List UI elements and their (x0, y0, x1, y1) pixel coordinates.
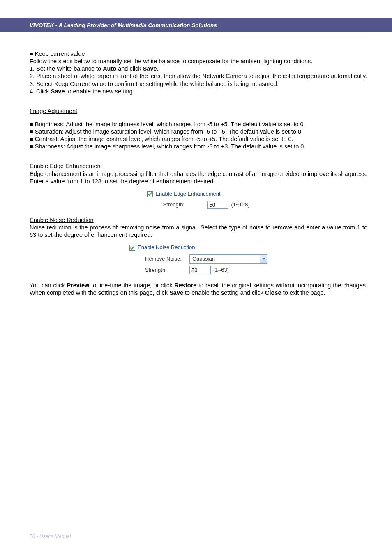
noise-checkbox-row: Enable Noise Reduction (129, 244, 267, 251)
step1-pre: 1. Set the White balance to (30, 65, 103, 72)
edge-enhancement-heading: Enable Edge Enhancement (30, 162, 367, 170)
noise-remove-row: Remove Noise: Gaussian (129, 254, 267, 264)
closing-paragraph: You can click Preview to fine-tune the i… (30, 282, 367, 296)
closing-mid1: to fine-tune the image, or click (89, 282, 174, 289)
image-adjustment-heading: Image Adjustment (30, 107, 367, 115)
page-header: VIVOTEK - A Leading Provider of Multimed… (0, 18, 392, 32)
edge-strength-input[interactable]: 50 (207, 201, 228, 209)
chevron-down-icon (260, 255, 267, 263)
noise-type-select[interactable]: Gaussian (189, 254, 267, 264)
noise-checkbox-label: Enable Noise Reduction (138, 244, 195, 251)
noise-reduction-heading: Enable Noise Reduction (30, 216, 367, 224)
keep-current-bullet: ■ Keep current value (30, 50, 367, 58)
edge-checkbox-label: Enable Edge Enhancement (155, 191, 220, 197)
edge-enable-checkbox[interactable] (147, 191, 153, 197)
closing-mid3: to enable the setting and click (183, 289, 265, 296)
header-title: VIVOTEK - A Leading Provider of Multimed… (30, 22, 217, 28)
step-4: 4. Click Save to enable the new setting. (30, 88, 367, 95)
closing-post: to exit the page. (281, 289, 325, 296)
edge-strength-row: Strength: 50 (1~128) (147, 201, 249, 209)
page-content: ■ Keep current value Follow the steps be… (30, 50, 367, 296)
closing-restore: Restore (174, 282, 196, 289)
brightness-para: ■ Brightness: Adjust the image brightnes… (30, 120, 367, 128)
step1-mid: and click (116, 65, 143, 72)
noise-strength-label: Strength: (145, 267, 189, 273)
noise-reduction-form: Enable Noise Reduction Remove Noise: Gau… (30, 243, 367, 275)
page-footer: 50 - User's Manual (30, 534, 71, 539)
keep-current-intro: Follow the steps below to manually set t… (30, 58, 367, 65)
closing-pre1: You can click (30, 282, 67, 289)
check-icon (130, 245, 135, 250)
closing-preview: Preview (67, 282, 89, 289)
check-icon (148, 192, 152, 197)
edge-strength-range: (1~128) (231, 201, 249, 208)
edge-strength-label: Strength: (163, 201, 207, 208)
noise-enable-checkbox[interactable] (129, 245, 135, 251)
step4-post: to enable the new setting. (65, 88, 134, 95)
noise-remove-label: Remove Noise: (145, 256, 189, 262)
contrast-para: ■ Contrast: Adjust the image contrast le… (30, 135, 367, 143)
sharpness-para: ■ Sharpness: Adjust the image sharpness … (30, 143, 367, 150)
step1-save: Save (143, 65, 157, 72)
edge-enhancement-form: Enable Edge Enhancement Strength: 50 (1~… (30, 189, 367, 210)
noise-strength-row: Strength: 50 (1~63) (129, 266, 267, 274)
closing-save: Save (169, 289, 183, 296)
saturation-para: ■ Saturation: Adjust the image saturatio… (30, 128, 367, 135)
edge-enhancement-desc: Edge enhancement is an image processing … (30, 170, 367, 185)
step-2: 2. Place a sheet of white paper in front… (30, 72, 367, 80)
step4-save: Save (51, 88, 65, 95)
edge-checkbox-row: Enable Edge Enhancement (147, 191, 249, 197)
noise-type-value: Gaussian (192, 256, 215, 262)
noise-reduction-desc: Noise reduction is the process of removi… (30, 224, 367, 238)
step-1: 1. Set the White balance to Auto and cli… (30, 65, 367, 72)
noise-strength-range: (1~63) (213, 267, 229, 273)
step4-pre: 4. Click (30, 88, 51, 95)
closing-close: Close (265, 289, 281, 296)
noise-strength-input[interactable]: 50 (189, 266, 211, 274)
header-divider (30, 38, 367, 38)
step-3: 3. Select Keep Current Value to confirm … (30, 80, 367, 88)
step1-post: . (157, 65, 159, 72)
step1-auto: Auto (103, 65, 116, 72)
svg-marker-0 (262, 258, 265, 260)
